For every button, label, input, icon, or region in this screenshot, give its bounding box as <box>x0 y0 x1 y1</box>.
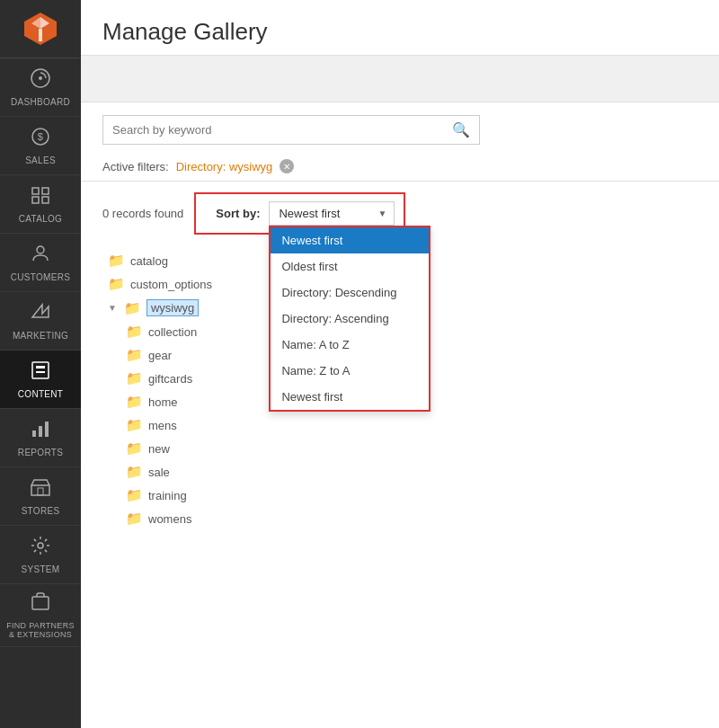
toolbar-area <box>81 56 719 102</box>
svg-rect-23 <box>32 597 49 609</box>
svg-rect-18 <box>39 426 42 437</box>
main-content: Manage Gallery 🔍 Active filters: Directo… <box>81 0 719 728</box>
filter-label: Active filters: <box>102 160 169 173</box>
svg-point-5 <box>39 76 42 80</box>
folder-item-training[interactable]: 📁 training <box>120 484 697 507</box>
sidebar-item-sales[interactable]: $ SALES <box>0 117 81 175</box>
folder-icon: 📁 <box>126 324 143 340</box>
svg-marker-13 <box>32 305 49 317</box>
folder-icon: 📁 <box>126 370 143 386</box>
catalog-icon <box>30 184 51 210</box>
sidebar-item-label: CATALOG <box>19 214 62 224</box>
folder-name: giftcards <box>148 372 192 386</box>
marketing-icon <box>30 301 51 327</box>
folder-name: training <box>148 489 187 502</box>
folder-icon: 📁 <box>124 300 141 316</box>
sidebar-item-label: SALES <box>25 155 56 165</box>
folder-name-selected: wysiwyg <box>146 299 199 316</box>
folder-name: sale <box>148 466 170 479</box>
sidebar-item-system[interactable]: SYSTEM <box>0 526 81 584</box>
sort-option-newest-first[interactable]: Newest first <box>271 227 429 253</box>
search-icon: 🔍 <box>452 121 470 138</box>
page-header: Manage Gallery <box>81 0 719 56</box>
svg-rect-11 <box>42 197 49 203</box>
folder-name: home <box>148 395 178 409</box>
sort-current-value: Newest first <box>279 207 340 220</box>
filter-area: Active filters: Directory: wysiwyg ✕ <box>81 152 719 182</box>
sort-dropdown-wrapper: Newest first ▼ Newest first Oldest first… <box>269 201 395 226</box>
sidebar-item-label: SYSTEM <box>22 564 60 574</box>
sort-option-oldest-first[interactable]: Oldest first <box>271 253 429 280</box>
folder-icon: 📁 <box>126 417 143 433</box>
sort-header-row: Sort by: Newest first ▼ Newest first Old… <box>196 194 404 233</box>
folder-item-sale[interactable]: 📁 sale <box>120 460 697 484</box>
sidebar-item-dashboard[interactable]: DASHBOARD <box>0 58 81 117</box>
content-icon <box>30 360 51 386</box>
folder-item-womens[interactable]: 📁 womens <box>120 507 697 530</box>
dashboard-icon <box>30 67 51 93</box>
sort-row: 0 records found Sort by: Newest first ▼ … <box>102 192 697 235</box>
chevron-down-icon: ▼ <box>108 303 117 313</box>
chevron-down-icon: ▼ <box>378 209 387 218</box>
folder-name: custom_options <box>130 278 212 291</box>
sort-dropdown-menu: Newest first Oldest first Directory: Des… <box>269 226 431 412</box>
svg-rect-19 <box>45 422 49 437</box>
sidebar-item-label: STORES <box>22 506 60 516</box>
sort-dropdown-button[interactable]: Newest first ▼ <box>269 201 395 226</box>
folder-name: womens <box>148 512 191 526</box>
svg-rect-8 <box>32 188 39 194</box>
folder-item-new[interactable]: 📁 new <box>120 437 697 460</box>
records-area: 0 records found Sort by: Newest first ▼ … <box>81 182 719 245</box>
sidebar-item-catalog[interactable]: CATALOG <box>0 175 81 234</box>
sidebar-item-label: DASHBOARD <box>11 97 70 107</box>
sales-icon: $ <box>30 126 51 152</box>
sidebar-item-label: CONTENT <box>18 389 63 399</box>
svg-rect-9 <box>42 188 49 194</box>
svg-point-22 <box>38 543 43 548</box>
sidebar-item-find-partners[interactable]: FIND PARTNERS & EXTENSIONS <box>0 584 81 647</box>
search-box: 🔍 <box>102 115 480 145</box>
folder-icon: 📁 <box>108 253 125 269</box>
sidebar-item-stores[interactable]: STORES <box>0 467 81 526</box>
folder-item-mens[interactable]: 📁 mens <box>120 413 697 437</box>
sort-container: Sort by: Newest first ▼ Newest first Old… <box>194 192 405 235</box>
filter-remove-button[interactable]: ✕ <box>280 159 294 173</box>
sidebar-item-customers[interactable]: CUSTOMERS <box>0 234 81 292</box>
stores-icon <box>30 476 51 502</box>
customers-icon <box>30 243 51 269</box>
sidebar-item-content[interactable]: CONTENT <box>0 351 81 409</box>
sort-option-dir-asc[interactable]: Directory: Ascending <box>271 306 429 332</box>
sort-option-name-asc[interactable]: Name: A to Z <box>271 332 429 358</box>
search-input[interactable] <box>112 123 452 137</box>
folder-icon: 📁 <box>126 464 143 480</box>
sort-label: Sort by: <box>216 207 260 220</box>
svg-rect-15 <box>36 366 45 368</box>
folder-icon: 📁 <box>108 276 125 292</box>
sidebar-item-marketing[interactable]: MARKETING <box>0 292 81 351</box>
sidebar-item-label: FIND PARTNERS & EXTENSIONS <box>4 621 77 639</box>
sidebar-logo <box>0 0 81 58</box>
folder-icon: 📁 <box>126 440 143 457</box>
svg-rect-16 <box>36 371 45 373</box>
sort-option-name-desc[interactable]: Name: Z to A <box>271 358 429 384</box>
folder-icon: 📁 <box>126 394 143 410</box>
sidebar-item-label: MARKETING <box>13 331 68 341</box>
filter-active-value: Directory: wysiwyg <box>176 160 273 173</box>
sidebar-item-reports[interactable]: REPORTS <box>0 409 81 467</box>
sort-option-newest-first2[interactable]: Newest first <box>271 384 429 410</box>
svg-rect-14 <box>32 362 49 378</box>
sort-option-dir-desc[interactable]: Directory: Descending <box>271 280 429 306</box>
folder-icon: 📁 <box>126 347 143 363</box>
svg-rect-17 <box>32 431 36 437</box>
system-icon <box>30 535 51 561</box>
folder-name: mens <box>148 419 177 432</box>
folder-icon: 📁 <box>126 487 143 503</box>
folder-name: gear <box>148 349 172 362</box>
svg-text:$: $ <box>38 131 43 142</box>
svg-rect-10 <box>32 197 39 203</box>
partners-icon <box>30 591 51 617</box>
svg-rect-20 <box>31 485 49 495</box>
sidebar: DASHBOARD $ SALES CATALOG CUSTOMERS MARK… <box>0 0 81 728</box>
folder-name: new <box>148 442 170 456</box>
reports-icon <box>30 418 51 444</box>
